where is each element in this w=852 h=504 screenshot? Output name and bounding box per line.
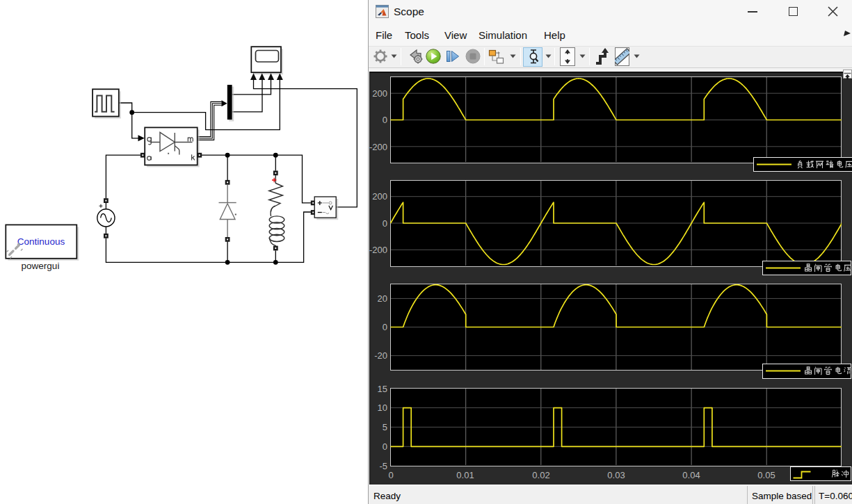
svg-text:Continuous: Continuous xyxy=(17,236,65,247)
svg-text:powergui: powergui xyxy=(22,261,60,271)
